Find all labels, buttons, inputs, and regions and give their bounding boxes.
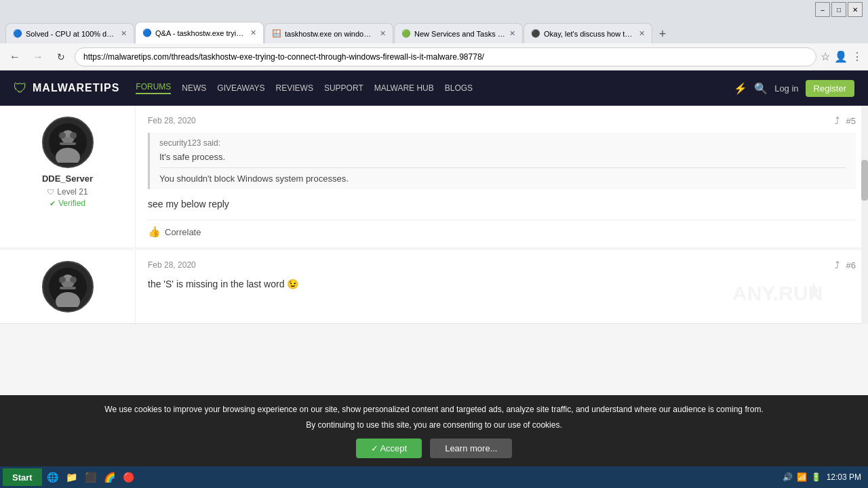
post6-main: Feb 28, 2020 ⤴ #6 the 'S' is missing in … — [136, 250, 868, 323]
tab1-title: Solved - CPU at 100% due to m... — [26, 30, 117, 38]
post5-reactions: 👍 Correlate — [148, 220, 856, 238]
taskbar-sys-icons: 🔊 📶 🔋 — [783, 472, 821, 482]
tab4-title: New Services and Tasks in Win... — [414, 30, 506, 38]
taskbar-clock: 12:03 PM — [827, 472, 865, 482]
cookie-text-line2: By continuing to use this site, you are … — [27, 419, 841, 432]
url-input[interactable] — [75, 47, 816, 66]
back-button[interactable]: ← — [5, 47, 24, 66]
post6-sidebar — [0, 250, 136, 323]
post6-number: #6 — [846, 260, 856, 270]
svg-rect-12 — [60, 287, 76, 289]
tab1-close[interactable]: ✕ — [121, 29, 127, 38]
avatar-2 — [42, 261, 94, 312]
check-badge-icon: ✔ — [50, 199, 56, 208]
reaction-user[interactable]: Correlate — [165, 227, 201, 237]
taskbar-folder-icon[interactable]: 📁 — [64, 469, 80, 485]
tab-4[interactable]: 🟢 New Services and Tasks in Win... ✕ — [394, 23, 523, 43]
post6-body: the 'S' is missing in the last word 😉 — [148, 277, 856, 291]
tab3-title: taskhostw.exe on windows 10 ... — [285, 30, 376, 38]
post-5: DDE_Server 🛡 Level 21 ✔ Verified Feb 28,… — [0, 106, 868, 250]
nav-support[interactable]: SUPPORT — [324, 83, 363, 93]
tab2-title: Q&A - taskhostw.exe trying to ... — [155, 29, 247, 37]
tab3-close[interactable]: ✕ — [380, 29, 386, 38]
register-button[interactable]: Register — [806, 80, 854, 97]
quote-author: security123 said: — [159, 138, 846, 148]
like-icon: 👍 — [148, 226, 161, 238]
nav-reviews[interactable]: REVIEWS — [276, 83, 313, 93]
battery-icon[interactable]: 🔋 — [811, 472, 821, 482]
logo-icon: 🛡 — [14, 81, 27, 96]
post5-verified-badge: ✔ Verified — [50, 199, 85, 208]
post-6: Feb 28, 2020 ⤴ #6 the 'S' is missing in … — [0, 250, 868, 324]
tab4-favicon: 🟢 — [401, 29, 411, 38]
post5-sidebar: DDE_Server 🛡 Level 21 ✔ Verified — [0, 106, 136, 247]
svg-rect-5 — [60, 142, 76, 145]
tab5-favicon: ⚫ — [531, 29, 540, 38]
site-nav: FORUMS NEWS GIVEAWAYS REVIEWS SUPPORT MA… — [136, 82, 473, 94]
share-icon[interactable]: ⤴ — [835, 115, 840, 126]
network-icon[interactable]: 📶 — [797, 472, 807, 482]
tab5-close[interactable]: ✕ — [639, 29, 645, 38]
bookmark-icon[interactable]: ☆ — [821, 50, 830, 63]
nav-giveaways[interactable]: GIVEAWAYS — [217, 83, 264, 93]
learn-more-button[interactable]: Learn more... — [430, 439, 512, 458]
tab2-favicon: 🔵 — [142, 28, 152, 37]
start-button[interactable]: Start — [3, 468, 42, 486]
tab-2[interactable]: 🔵 Q&A - taskhostw.exe trying to ... ✕ — [135, 22, 264, 43]
taskbar-antivirus-icon[interactable]: 🔴 — [121, 469, 137, 485]
search-icon[interactable]: 🔍 — [754, 82, 768, 95]
avatar — [42, 117, 94, 168]
taskbar-cmd-icon[interactable]: ⬛ — [83, 469, 99, 485]
taskbar-chrome-icon[interactable]: 🌈 — [102, 469, 118, 485]
nav-malware-hub[interactable]: MALWARE HUB — [374, 83, 434, 93]
tab4-close[interactable]: ✕ — [509, 29, 515, 38]
menu-icon[interactable]: ⋮ — [852, 50, 863, 63]
taskbar: Start 🌐 📁 ⬛ 🌈 🔴 🔊 📶 🔋 12:03 PM — [0, 466, 868, 488]
window-controls[interactable]: – □ ✕ — [815, 2, 863, 17]
svg-point-13 — [62, 281, 73, 287]
reload-button[interactable]: ↻ — [52, 47, 71, 66]
nav-forums[interactable]: FORUMS — [136, 82, 171, 94]
accept-button[interactable]: ✓ Accept — [356, 439, 422, 458]
tab5-title: Okay, let's discuss how to get n... — [544, 30, 635, 38]
cookie-text-line1: We use cookies to improve your browsing … — [27, 403, 841, 416]
taskbar-ie-icon[interactable]: 🌐 — [45, 469, 61, 485]
post5-body: see my below reply — [148, 197, 856, 211]
quote-text1: It's safe process. — [159, 152, 846, 162]
notification-icon[interactable]: ⚡ — [734, 82, 747, 95]
tab-3[interactable]: 🪟 taskhostw.exe on windows 10 ... ✕ — [264, 23, 393, 43]
site-logo[interactable]: 🛡 MALWARETIPS — [14, 81, 119, 96]
scrollbar-track[interactable] — [861, 106, 868, 324]
tab-1[interactable]: 🔵 Solved - CPU at 100% due to m... ✕ — [5, 23, 134, 43]
post5-number: #5 — [846, 116, 856, 126]
profile-icon[interactable]: 👤 — [834, 50, 848, 63]
logo-text: MALWARETIPS — [33, 82, 119, 94]
post5-main: Feb 28, 2020 ⤴ #5 security123 said: It's… — [136, 106, 868, 247]
share-icon-6[interactable]: ⤴ — [835, 260, 840, 270]
quote-text2: You shouldn't block Windows system proce… — [159, 174, 846, 184]
nav-news[interactable]: NEWS — [182, 83, 206, 93]
cookie-banner: We use cookies to improve your browsing … — [0, 395, 868, 466]
audio-icon[interactable]: 🔊 — [783, 472, 793, 482]
svg-point-6 — [62, 137, 73, 142]
post6-date: Feb 28, 2020 — [148, 260, 196, 270]
tab2-close[interactable]: ✕ — [250, 28, 256, 37]
nav-blogs[interactable]: BLOGS — [445, 83, 473, 93]
scrollbar-thumb[interactable] — [861, 160, 868, 201]
post5-username[interactable]: DDE_Server — [42, 174, 93, 184]
maximize-button[interactable]: □ — [831, 2, 846, 17]
forward-button[interactable]: → — [28, 47, 47, 66]
new-tab-button[interactable]: + — [653, 24, 672, 43]
minimize-button[interactable]: – — [815, 2, 830, 17]
tab3-favicon: 🪟 — [272, 29, 281, 38]
login-button[interactable]: Log in — [774, 83, 798, 94]
tab-5[interactable]: ⚫ Okay, let's discuss how to get n... ✕ — [524, 23, 652, 43]
shield-badge-icon: 🛡 — [47, 188, 54, 196]
post5-quote: security123 said: It's safe process. You… — [148, 133, 856, 189]
post5-level-badge: 🛡 Level 21 — [47, 187, 87, 197]
close-button[interactable]: ✕ — [848, 2, 863, 17]
tab1-favicon: 🔵 — [13, 29, 22, 38]
post5-date: Feb 28, 2020 — [148, 116, 196, 125]
